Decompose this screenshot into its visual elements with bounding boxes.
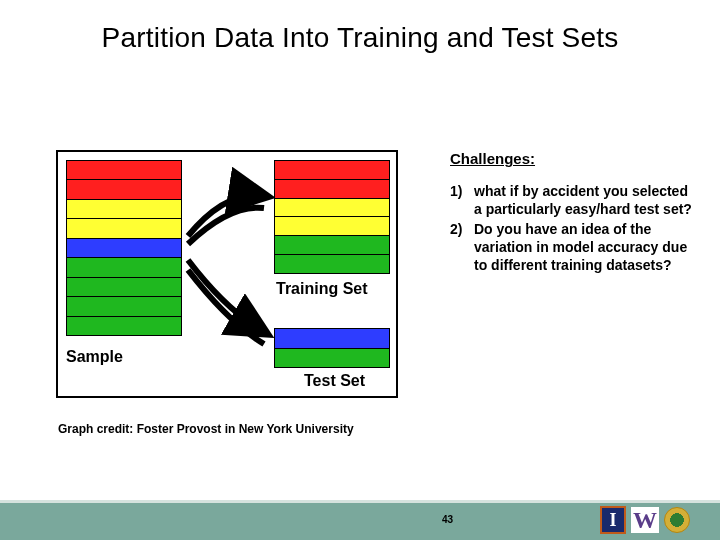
slide-title: Partition Data Into Training and Test Se… (0, 22, 720, 54)
training-set-label: Training Set (276, 280, 368, 298)
stripe (275, 161, 389, 180)
page-number: 43 (442, 514, 453, 525)
stripe (275, 349, 389, 368)
list-text: what if by accident you selected a parti… (474, 183, 695, 219)
seal-logo-icon (664, 507, 690, 533)
stripe (275, 217, 389, 236)
list-number: 1) (450, 183, 474, 219)
stripe (67, 200, 181, 219)
stripe (275, 199, 389, 218)
uw-logo-icon: W (631, 507, 659, 533)
test-set-label: Test Set (304, 372, 365, 390)
sample-rect (66, 160, 182, 336)
challenges-list: 1) what if by accident you selected a pa… (450, 183, 695, 275)
stripe (67, 278, 181, 297)
stripe (275, 329, 389, 349)
stripe (67, 161, 181, 180)
partition-diagram: Sample Training Set Test Set (56, 150, 398, 398)
stripe (67, 219, 181, 238)
sample-label: Sample (66, 348, 123, 366)
illinois-logo-icon: I (600, 506, 626, 534)
list-item: 2) Do you have an idea of the variation … (450, 221, 695, 275)
stripe (67, 258, 181, 277)
list-text: Do you have an idea of the variation in … (474, 221, 695, 275)
challenges-block: Challenges: 1) what if by accident you s… (450, 150, 695, 277)
graph-credit: Graph credit: Foster Provost in New York… (58, 422, 354, 436)
footer-logos: I W (600, 506, 690, 534)
arrow-to-training (184, 162, 274, 252)
footer-bar: 43 I W (0, 500, 720, 540)
list-number: 2) (450, 221, 474, 275)
arrow-to-test (184, 252, 274, 352)
stripe (67, 180, 181, 199)
test-rect (274, 328, 390, 368)
stripe (67, 297, 181, 316)
stripe (67, 239, 181, 258)
challenges-heading: Challenges: (450, 150, 695, 167)
stripe (275, 180, 389, 199)
stripe (275, 255, 389, 273)
list-item: 1) what if by accident you selected a pa… (450, 183, 695, 219)
stripe (275, 236, 389, 255)
training-rect (274, 160, 390, 274)
stripe (67, 317, 181, 335)
